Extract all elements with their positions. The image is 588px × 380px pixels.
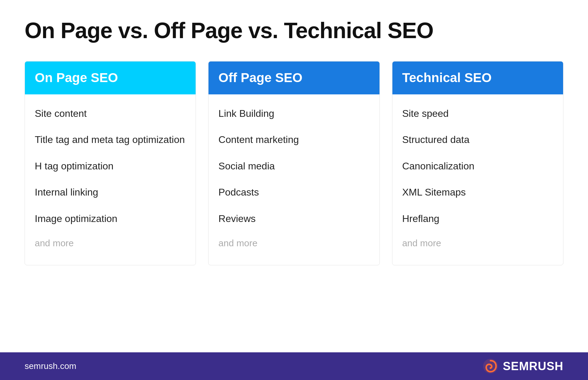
list-item: Canonicalization [402, 153, 553, 180]
and-more-label: and more [402, 232, 553, 256]
technical-column: Technical SEO Site speed Structured data… [392, 61, 563, 265]
and-more-label: and more [35, 232, 186, 256]
on-page-column: On Page SEO Site content Title tag and m… [25, 61, 196, 265]
svg-point-1 [490, 367, 491, 369]
page-title: On Page vs. Off Page vs. Technical SEO [25, 18, 563, 43]
list-item: Reviews [218, 206, 369, 232]
list-item: Site content [35, 101, 186, 127]
list-item: Content marketing [218, 127, 369, 153]
off-page-header: Off Page SEO [209, 61, 379, 94]
off-page-body: Link Building Content marketing Social m… [209, 94, 379, 265]
footer-domain: semrush.com [25, 361, 76, 371]
columns-container: On Page SEO Site content Title tag and m… [25, 61, 563, 265]
list-item: Image optimization [35, 206, 186, 232]
list-item: Link Building [218, 101, 369, 127]
list-item: H tag optimization [35, 153, 186, 180]
on-page-header: On Page SEO [25, 61, 196, 94]
list-item: Title tag and meta tag optimization [35, 127, 186, 153]
list-item: Site speed [402, 101, 553, 127]
footer-logo: SEMRUSH [483, 358, 563, 374]
footer: semrush.com SEMRUSH [0, 352, 588, 380]
list-item: Structured data [402, 127, 553, 153]
main-content: On Page vs. Off Page vs. Technical SEO O… [0, 0, 588, 352]
list-item: Internal linking [35, 179, 186, 206]
semrush-logo-icon [483, 358, 499, 374]
and-more-label: and more [218, 232, 369, 256]
technical-body: Site speed Structured data Canonicalizat… [392, 94, 563, 265]
list-item: Hreflang [402, 206, 553, 232]
footer-brand-text: SEMRUSH [503, 360, 563, 373]
list-item: Social media [218, 153, 369, 180]
list-item: XML Sitemaps [402, 179, 553, 206]
technical-header: Technical SEO [392, 61, 563, 94]
list-item: Podcasts [218, 179, 369, 206]
on-page-body: Site content Title tag and meta tag opti… [25, 94, 196, 265]
off-page-column: Off Page SEO Link Building Content marke… [208, 61, 379, 265]
